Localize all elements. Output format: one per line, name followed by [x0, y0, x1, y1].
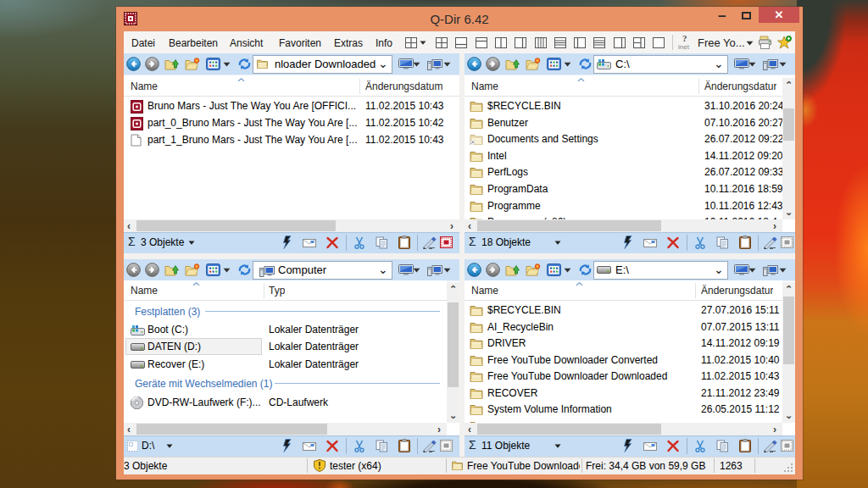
svg-text:?: ? — [682, 34, 687, 43]
svg-text:inet: inet — [678, 43, 690, 51]
